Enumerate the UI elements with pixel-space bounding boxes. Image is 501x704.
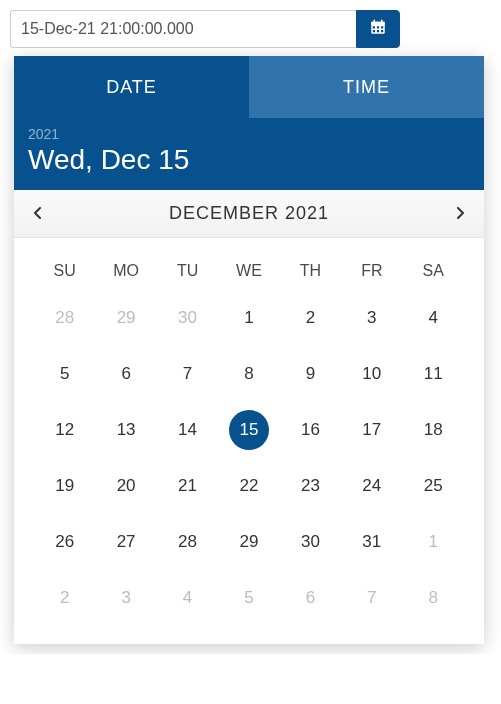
- calendar-day[interactable]: 28: [157, 514, 218, 570]
- calendar-day[interactable]: 27: [95, 514, 156, 570]
- calendar-grid-wrap: SUMOTUWETHFRSA 2829301234567891011121314…: [14, 238, 484, 644]
- svg-rect-8: [377, 30, 379, 32]
- chevron-right-icon: [455, 206, 465, 222]
- month-nav: DECEMBER 2021: [14, 190, 484, 238]
- tab-time[interactable]: TIME: [249, 56, 484, 118]
- next-month-button[interactable]: [436, 206, 484, 222]
- calendar-day[interactable]: 6: [95, 346, 156, 402]
- calendar-day[interactable]: 2: [34, 570, 95, 626]
- svg-rect-7: [373, 30, 375, 32]
- calendar-day[interactable]: 7: [341, 570, 402, 626]
- calendar-day[interactable]: 1: [403, 514, 464, 570]
- calendar-day[interactable]: 25: [403, 458, 464, 514]
- calendar-day[interactable]: 15: [218, 402, 279, 458]
- calendar-day[interactable]: 1: [218, 290, 279, 346]
- prev-month-button[interactable]: [14, 206, 62, 222]
- calendar-day[interactable]: 5: [34, 346, 95, 402]
- calendar-day[interactable]: 11: [403, 346, 464, 402]
- weekday-header: SA: [403, 252, 464, 290]
- calendar-day[interactable]: 7: [157, 346, 218, 402]
- calendar-day[interactable]: 29: [218, 514, 279, 570]
- svg-rect-5: [377, 26, 379, 28]
- calendar-day[interactable]: 31: [341, 514, 402, 570]
- svg-rect-4: [373, 26, 375, 28]
- calendar-day[interactable]: 23: [280, 458, 341, 514]
- month-label[interactable]: DECEMBER 2021: [62, 203, 436, 224]
- calendar-day[interactable]: 13: [95, 402, 156, 458]
- header-year[interactable]: 2021: [28, 126, 470, 142]
- calendar-day[interactable]: 30: [280, 514, 341, 570]
- picker-tabs: DATE TIME: [14, 56, 484, 118]
- calendar-day[interactable]: 4: [403, 290, 464, 346]
- calendar-day[interactable]: 30: [157, 290, 218, 346]
- open-calendar-button[interactable]: [356, 10, 400, 48]
- tab-date[interactable]: DATE: [14, 56, 249, 118]
- calendar-day[interactable]: 10: [341, 346, 402, 402]
- picker-header: 2021 Wed, Dec 15: [14, 118, 484, 190]
- weekday-header: TH: [280, 252, 341, 290]
- datetime-picker: DATE TIME 2021 Wed, Dec 15 DECEMBER 2021…: [14, 56, 484, 644]
- calendar-day[interactable]: 19: [34, 458, 95, 514]
- calendar-day[interactable]: 9: [280, 346, 341, 402]
- svg-rect-1: [371, 22, 385, 25]
- calendar-day[interactable]: 5: [218, 570, 279, 626]
- datetime-input[interactable]: [10, 10, 356, 48]
- calendar-day[interactable]: 2: [280, 290, 341, 346]
- weekday-header: SU: [34, 252, 95, 290]
- chevron-left-icon: [33, 206, 43, 222]
- weekday-header: MO: [95, 252, 156, 290]
- calendar-day[interactable]: 20: [95, 458, 156, 514]
- calendar-icon: [369, 18, 387, 40]
- calendar-day[interactable]: 12: [34, 402, 95, 458]
- calendar-day[interactable]: 3: [95, 570, 156, 626]
- weekday-header: WE: [218, 252, 279, 290]
- calendar-day[interactable]: 14: [157, 402, 218, 458]
- calendar-day[interactable]: 22: [218, 458, 279, 514]
- weekday-header: FR: [341, 252, 402, 290]
- calendar-grid: SUMOTUWETHFRSA 2829301234567891011121314…: [34, 252, 464, 626]
- calendar-day[interactable]: 28: [34, 290, 95, 346]
- svg-rect-9: [381, 30, 383, 32]
- svg-rect-6: [381, 26, 383, 28]
- datetime-input-group: [10, 10, 400, 48]
- calendar-day[interactable]: 8: [403, 570, 464, 626]
- header-date[interactable]: Wed, Dec 15: [28, 144, 470, 176]
- calendar-day[interactable]: 29: [95, 290, 156, 346]
- calendar-day[interactable]: 18: [403, 402, 464, 458]
- svg-rect-3: [381, 20, 383, 23]
- calendar-day[interactable]: 6: [280, 570, 341, 626]
- calendar-day[interactable]: 24: [341, 458, 402, 514]
- calendar-day[interactable]: 21: [157, 458, 218, 514]
- weekday-header: TU: [157, 252, 218, 290]
- calendar-day[interactable]: 8: [218, 346, 279, 402]
- calendar-day[interactable]: 26: [34, 514, 95, 570]
- calendar-day[interactable]: 4: [157, 570, 218, 626]
- calendar-day[interactable]: 3: [341, 290, 402, 346]
- svg-rect-2: [374, 20, 376, 23]
- calendar-day[interactable]: 16: [280, 402, 341, 458]
- calendar-day[interactable]: 17: [341, 402, 402, 458]
